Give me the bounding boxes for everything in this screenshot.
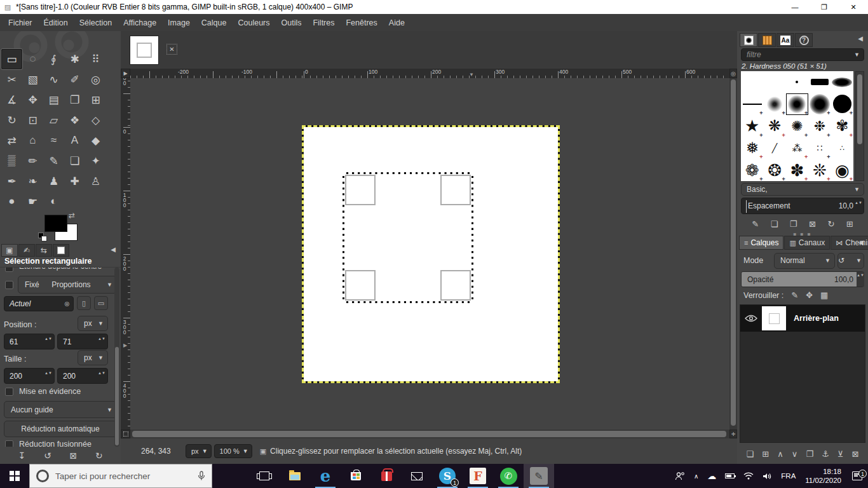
menu-affichage[interactable]: Affichage xyxy=(118,15,162,30)
delete-brush-button[interactable]: ⊠ xyxy=(809,219,816,229)
layer-row[interactable]: Arrière-plan xyxy=(740,305,865,332)
brush-item-14[interactable]: ✾+ xyxy=(831,115,853,137)
brush-item-10[interactable]: ★+ xyxy=(741,115,763,137)
position-y-spinner[interactable]: 71 ▲▼ xyxy=(57,334,108,349)
tool-foreground-select[interactable]: ▧ xyxy=(22,69,43,90)
reset-options-button[interactable]: ↻ xyxy=(95,451,103,461)
tool-ink[interactable]: ✒ xyxy=(1,171,22,191)
tool-pencil[interactable]: ✏ xyxy=(22,151,43,171)
restore-button[interactable]: ❐ xyxy=(810,0,839,14)
layer-list[interactable]: Arrière-plan xyxy=(740,304,865,443)
shrink-merged-checkbox[interactable] xyxy=(5,440,13,447)
tool-free-select[interactable]: ∮ xyxy=(43,49,64,69)
spinner-arrows-icon[interactable]: ▲▼ xyxy=(857,272,864,287)
swap-colors-icon[interactable]: ⇄ xyxy=(69,211,75,220)
menu-calque[interactable]: Calque xyxy=(196,15,233,30)
tool-blur-sharpen[interactable]: ● xyxy=(1,191,22,212)
spinner-arrows-icon[interactable]: ▲▼ xyxy=(44,370,52,376)
brush-item-23[interactable]: ❊+ xyxy=(808,159,831,181)
tool-rotate[interactable]: ↻ xyxy=(1,110,22,130)
start-button[interactable] xyxy=(0,464,29,488)
fixed-checkbox[interactable] xyxy=(5,281,13,289)
lock-alpha-icon[interactable]: ▦ xyxy=(820,290,828,300)
fixed-dropdown[interactable]: Fixé Proportions ▼ xyxy=(18,276,117,294)
new-brush-button[interactable]: ❏ xyxy=(771,219,778,229)
selection-handle-bottom-right[interactable] xyxy=(440,270,471,301)
tool-gradient[interactable]: ▒ xyxy=(1,151,22,171)
raise-layer-button[interactable]: ∧ xyxy=(777,449,783,459)
tab-device-status[interactable]: ✍ xyxy=(18,244,35,257)
tool-options-scrollbar[interactable] xyxy=(114,268,119,447)
merge-layer-button[interactable]: ⊻ xyxy=(837,449,844,459)
visibility-eye-icon[interactable] xyxy=(740,315,762,322)
tool-flip[interactable]: ⇄ xyxy=(1,130,22,151)
brush-item-13[interactable]: ❉+ xyxy=(808,115,831,137)
brush-filter-input[interactable]: filtre ▼ xyxy=(741,48,864,61)
brush-item-17[interactable]: ⁂+ xyxy=(786,137,808,159)
tool-scissors-select[interactable]: ✂ xyxy=(1,69,22,90)
tool-unified-transform[interactable]: ⊞ xyxy=(85,90,106,110)
tool-dodge-burn[interactable]: ◐ xyxy=(43,191,64,212)
tool-text[interactable]: A xyxy=(64,130,85,151)
tab-tool-options[interactable]: ▣ xyxy=(1,244,18,257)
brush-item-5[interactable]: + xyxy=(741,93,763,116)
navigation-button[interactable]: ✛ xyxy=(729,430,737,438)
tool-airbrush[interactable]: ✦ xyxy=(85,151,106,171)
collapse-left-dock-icon[interactable]: ◀ xyxy=(111,246,116,253)
tool-mypaint-brush[interactable]: ❧ xyxy=(22,171,43,191)
selection-handle-bottom-left[interactable] xyxy=(345,270,376,301)
position-x-spinner[interactable]: 61 ▲▼ xyxy=(4,334,55,349)
close-image-icon[interactable]: ✕ xyxy=(166,44,177,55)
brush-item-15[interactable]: ❅+ xyxy=(741,137,763,159)
duplicate-layer-button[interactable]: ❐ xyxy=(806,449,813,459)
tool-3d-transform[interactable]: ◇ xyxy=(85,110,106,130)
tool-fuzzy-select[interactable]: ✱ xyxy=(64,49,85,69)
tool-eraser[interactable]: ❏ xyxy=(64,151,85,171)
brush-item-1[interactable] xyxy=(763,71,785,93)
expand-from-center-option[interactable]: Étendre depuis le centre xyxy=(4,268,118,272)
horizontal-ruler[interactable]: ▼ -200-1000100200300400500600 xyxy=(130,69,729,78)
highlight-checkbox[interactable] xyxy=(5,388,13,396)
layer-mode-dropdown[interactable]: Normal ▼ xyxy=(774,253,835,269)
tab-brushes[interactable] xyxy=(740,33,757,47)
tab-help[interactable]: ? xyxy=(795,33,813,47)
spacing-slider[interactable]: Espacement 10,0 ▲▼ xyxy=(741,198,864,214)
size-height-spinner[interactable]: 200 ▲▼ xyxy=(57,368,108,384)
skype-button[interactable]: S1 xyxy=(432,464,463,488)
brush-scrollbar[interactable] xyxy=(855,71,864,181)
rectangle-selection[interactable] xyxy=(342,172,473,303)
brush-item-8[interactable]: + xyxy=(808,93,831,116)
gift-app-button[interactable] xyxy=(371,464,402,488)
save-options-button[interactable]: ↧ xyxy=(18,451,25,461)
spinner-arrows-icon[interactable]: ▲▼ xyxy=(98,336,105,342)
size-width-spinner[interactable]: 200 ▲▼ xyxy=(4,368,55,384)
task-view-button[interactable] xyxy=(249,464,280,488)
vertical-scrollbar[interactable] xyxy=(729,78,737,430)
tool-rectangle-select[interactable]: ▭ xyxy=(1,49,22,69)
tool-bucket-fill[interactable]: ◆ xyxy=(85,130,106,151)
tool-heal[interactable]: ✚ xyxy=(64,171,85,191)
language-indicator[interactable]: FRA xyxy=(776,472,800,480)
lower-layer-button[interactable]: ∨ xyxy=(792,449,798,459)
onedrive-cloud-icon[interactable]: ☁ xyxy=(703,471,721,481)
tool-clone[interactable]: ♟ xyxy=(43,171,64,191)
image-canvas[interactable] xyxy=(302,125,560,383)
gimp-button[interactable]: ✎ xyxy=(524,464,554,488)
portrait-orientation-button[interactable]: ▯ xyxy=(77,296,91,310)
brush-item-19[interactable]: ∴ xyxy=(831,137,853,159)
lock-pixels-icon[interactable]: ✎ xyxy=(791,290,798,300)
edit-brush-button[interactable]: ✎ xyxy=(752,219,759,229)
open-brush-as-image-button[interactable]: ⊞ xyxy=(846,219,853,229)
fusion-button[interactable]: F xyxy=(463,464,493,488)
quick-mask-button[interactable] xyxy=(121,430,130,438)
brush-item-7[interactable]: + xyxy=(786,93,808,116)
store-button[interactable] xyxy=(341,464,371,488)
tool-select-by-color[interactable]: ⠿ xyxy=(85,49,106,69)
tool-align[interactable]: ▤ xyxy=(43,90,64,110)
collapse-right-dock-icon[interactable]: ◀ xyxy=(858,35,863,42)
brush-item-6[interactable]: + xyxy=(763,93,785,116)
menu-couleurs[interactable]: Couleurs xyxy=(232,15,275,30)
brush-item-2[interactable] xyxy=(786,71,808,93)
tool-ellipse-select[interactable]: ◌ xyxy=(22,49,43,69)
menu-fichier[interactable]: Fichier xyxy=(3,15,38,30)
